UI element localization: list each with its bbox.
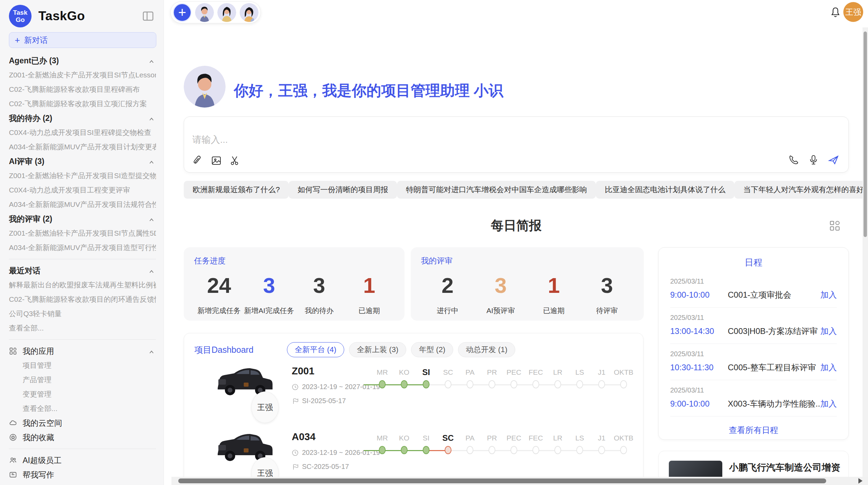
list-item[interactable]: Z001-全新燃油皮卡产品开发项目SI节点Lesson Learn报告: [9, 68, 156, 82]
milestone-dot: [379, 446, 386, 454]
send-icon[interactable]: [828, 154, 839, 165]
attachment-icon[interactable]: [192, 155, 203, 166]
sidebar-item-project-mgmt[interactable]: 项目管理: [9, 358, 156, 373]
chevron-up-icon[interactable]: [148, 216, 155, 225]
milestone-dot: [467, 380, 473, 388]
scroll-right-arrow[interactable]: [858, 478, 863, 484]
list-item[interactable]: C02-飞腾新能源轻客改款项目的闭环通告反馈情况: [9, 292, 156, 307]
sidebar-item-my-apps[interactable]: 我的应用: [9, 344, 156, 358]
image-icon[interactable]: [211, 155, 222, 166]
recent-view-all[interactable]: 查看全部...: [9, 321, 156, 335]
milestone: PR: [481, 432, 503, 456]
apps-view-all[interactable]: 查看全部...: [9, 401, 156, 416]
milestone: FEC: [525, 432, 547, 456]
horizontal-scrollbar[interactable]: [171, 477, 868, 485]
section-agent-done[interactable]: Agent已办 (3): [9, 53, 156, 68]
list-item[interactable]: C02-飞腾新能源轻客改款项目里程碑画布: [9, 82, 156, 97]
milestone: FEC: [525, 366, 547, 390]
join-link[interactable]: 加入: [820, 289, 837, 300]
list-item[interactable]: C0X4-动力总成开发项目工程变更评审: [9, 183, 156, 197]
list-item[interactable]: 公司Q3轻卡销量: [9, 307, 156, 321]
list-item[interactable]: A034-全新新能源MUV产品开发项目计划变更表编写: [9, 140, 156, 154]
section-recent-chats[interactable]: 最近对话: [9, 263, 156, 278]
flag-icon: [292, 398, 299, 405]
card-title: 我的评审: [421, 256, 634, 266]
avatar[interactable]: [240, 3, 258, 22]
milestone: LS: [569, 366, 591, 390]
milestone: KO: [393, 366, 415, 390]
milestone: PA: [459, 366, 481, 390]
project-name: Z001: [292, 365, 380, 377]
card-title: 任务进度: [194, 256, 394, 266]
project-flag: SC-2025-05-17: [302, 463, 349, 471]
stat: 3待评审: [580, 272, 634, 315]
suggestion-chip[interactable]: 当下年轻人对汽车外观有怎样的喜好趋势: [734, 181, 868, 199]
sidebar-item-favorites[interactable]: 我的收藏: [9, 430, 156, 445]
list-item[interactable]: C0X4-动力总成开发项目SI里程碑提交物检查: [9, 125, 156, 140]
chevron-up-icon[interactable]: [148, 158, 155, 167]
milestone: PEC: [503, 432, 525, 456]
tab-year-model[interactable]: 年型 (2): [411, 342, 453, 357]
section-ai-review[interactable]: AI评审 (3): [9, 154, 156, 169]
cloud-icon: [9, 419, 17, 427]
suggestion-chip[interactable]: 如何写一份清晰的项目周报: [289, 181, 397, 199]
news-title: 小鹏飞行汽车制造公司增资: [729, 461, 840, 474]
app-logo: Task Go: [9, 5, 32, 27]
tab-all-new-platform[interactable]: 全新平台 (4): [287, 342, 344, 357]
suggestion-chip[interactable]: 特朗普可能对进口汽车增税会对中国车企造成哪些影响: [397, 181, 596, 199]
section-my-todo[interactable]: 我的待办 (2): [9, 111, 156, 125]
tab-powertrain-dev[interactable]: 动总开发 (1): [458, 342, 515, 357]
list-item[interactable]: C02-飞腾新能源轻客改款项目立项汇报方案: [9, 97, 156, 111]
sidebar-item-help-write[interactable]: 帮我写作: [9, 468, 156, 482]
project-name: A034: [292, 431, 380, 443]
list-item[interactable]: 解释最新出台的欧盟报废车法规再生塑料比例被调至15%...: [9, 278, 156, 292]
list-item[interactable]: A034-全新新能源MUV产品开发项目法规符合性评审: [9, 197, 156, 212]
chevron-up-icon[interactable]: [148, 115, 155, 124]
project-row[interactable]: 王强 Z001 2023-12-19 ~ 2027-01-19 SI-2025-…: [194, 362, 633, 423]
sidebar-collapse-icon[interactable]: [142, 10, 154, 22]
milestone: PR: [481, 366, 503, 390]
new-chat-button[interactable]: + 新对话: [9, 32, 156, 48]
message-input[interactable]: [192, 135, 707, 145]
list-item[interactable]: Z001-全新燃油轻卡产品开发项目SI造型提交物评审: [9, 169, 156, 183]
sidebar-item-ai-employee[interactable]: AI超级员工: [9, 453, 156, 468]
chevron-up-icon[interactable]: [148, 58, 155, 67]
sidebar-list: Agent已办 (3) Z001-全新燃油皮卡产品开发项目SI节点Lesson …: [9, 53, 156, 485]
list-item[interactable]: A034-全新新能源MUV产品开发项目造型可行性评审: [9, 240, 156, 255]
sidebar-item-change-mgmt[interactable]: 变更管理: [9, 387, 156, 401]
add-conversation-button[interactable]: +: [173, 3, 192, 22]
chevron-up-icon[interactable]: [148, 348, 155, 357]
join-link[interactable]: 加入: [820, 362, 837, 373]
project-row[interactable]: 王强 A034 2023-12-19 ~ 2026-01-19 SC-2025-…: [194, 428, 633, 485]
suggestion-chip[interactable]: 欧洲新规最近颁布了什么?: [184, 181, 289, 199]
milestone: KO: [393, 432, 415, 456]
tab-all-new-body[interactable]: 全新上装 (3): [349, 342, 406, 357]
vertical-scrollbar[interactable]: [863, 27, 868, 477]
milestone-dot: [576, 380, 583, 388]
milestone: LR: [547, 432, 569, 456]
vertical-scrollbar-thumb[interactable]: [864, 32, 867, 237]
sidebar-item-product-mgmt[interactable]: 产品管理: [9, 373, 156, 387]
milestone: J1: [591, 366, 613, 390]
scissors-icon[interactable]: [229, 155, 240, 166]
notification-bell-icon[interactable]: [830, 6, 841, 18]
project-dashboard-card: 项目Dashboard 全新平台 (4) 全新上装 (3) 年型 (2) 动总开…: [184, 333, 643, 485]
avatar[interactable]: [217, 3, 236, 22]
horizontal-scrollbar-thumb[interactable]: [178, 478, 826, 483]
user-avatar[interactable]: 王强: [843, 2, 863, 22]
join-link[interactable]: 加入: [820, 326, 837, 337]
list-item[interactable]: Z001-全新燃油轻卡产品开发项目SI节点属性5D文件评审: [9, 226, 156, 240]
join-link[interactable]: 加入: [820, 398, 837, 409]
sidebar-item-cloud-space[interactable]: 我的云空间: [9, 416, 156, 430]
phone-icon[interactable]: [788, 154, 799, 165]
layout-grid-icon[interactable]: [828, 219, 841, 232]
avatar[interactable]: [195, 3, 214, 22]
suggestion-chip[interactable]: 比亚迪全固态电池计划具体说了什么: [596, 181, 734, 199]
microphone-icon[interactable]: [808, 154, 819, 165]
section-my-review[interactable]: 我的评审 (2): [9, 212, 156, 226]
milestone-track: MR KO SI SC PA PR PEC FEC LR LS J1 OKTB: [371, 366, 635, 390]
view-all-schedule-link[interactable]: 查看所有日程: [670, 425, 837, 436]
sidebar-item-creative-draw[interactable]: 创意制图: [9, 482, 156, 485]
chevron-up-icon[interactable]: [148, 268, 155, 277]
milestone-dot: [620, 380, 627, 388]
